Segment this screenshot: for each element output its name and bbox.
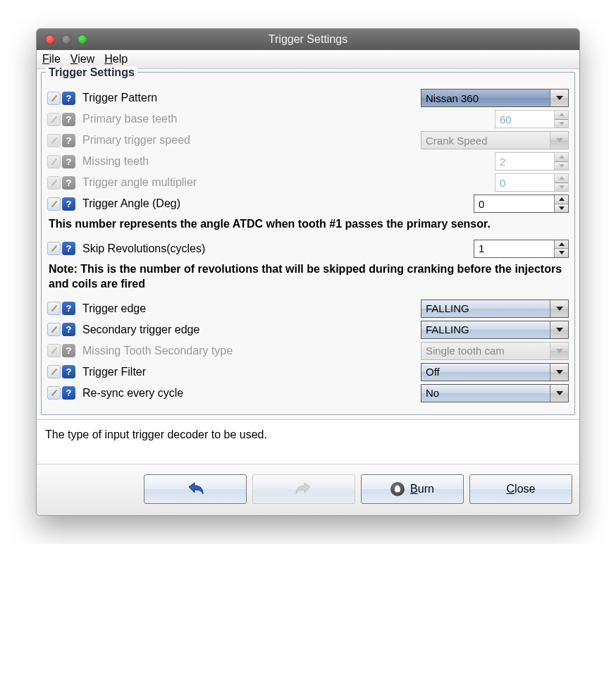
help-icon: ? xyxy=(62,155,75,168)
chevron-down-icon xyxy=(550,343,568,359)
help-icon[interactable]: ? xyxy=(62,242,75,255)
help-icon[interactable]: ? xyxy=(62,197,75,211)
field-label: Primary trigger speed xyxy=(82,134,417,147)
field-row-primaryTrigSpeed: ?Primary trigger speedCrank Speed xyxy=(47,129,569,152)
dropdown-value: No xyxy=(421,385,550,402)
missingTeeth-spinner: 2 xyxy=(495,152,569,171)
help-icon[interactable]: ? xyxy=(62,386,75,400)
titlebar[interactable]: Trigger Settings xyxy=(37,29,579,50)
chevron-down-icon xyxy=(550,90,568,106)
edit-icon[interactable] xyxy=(47,302,61,315)
spinner-value[interactable]: 0 xyxy=(474,195,554,212)
missToothSec-dropdown: Single tooth cam xyxy=(421,342,569,360)
field-label: Trigger Angle (Deg) xyxy=(82,197,417,210)
field-row-skipRevs: ?Skip Revolutions(cycles)1 xyxy=(47,238,569,260)
trigger-angle-note: This number represents the angle ATDC wh… xyxy=(47,215,569,239)
field-row-triggerPattern: ?Trigger PatternNissan 360 xyxy=(47,87,569,109)
primaryBaseTeeth-spinner: 60 xyxy=(495,110,569,128)
field-row-trigEdge: ?Trigger edgeFALLING xyxy=(47,297,569,320)
dropdown-value: FALLING xyxy=(421,300,550,317)
help-icon: ? xyxy=(62,113,75,126)
skipRevs-spinner[interactable]: 1 xyxy=(474,240,569,258)
secTrigEdge-dropdown[interactable]: FALLING xyxy=(421,321,569,339)
menu-file[interactable]: File xyxy=(42,53,61,66)
spinner-down-icon xyxy=(555,162,568,171)
spinner-value: 0 xyxy=(495,174,554,191)
spinner-value: 60 xyxy=(495,111,554,128)
primaryTrigSpeed-dropdown: Crank Speed xyxy=(421,131,569,149)
help-icon: ? xyxy=(62,344,75,357)
dropdown-value: FALLING xyxy=(421,321,550,338)
edit-icon[interactable] xyxy=(47,386,61,400)
menu-help[interactable]: Help xyxy=(104,53,128,66)
chevron-down-icon xyxy=(550,300,568,317)
edit-icon xyxy=(47,344,61,357)
spinner-value: 2 xyxy=(495,153,554,170)
edit-icon xyxy=(47,155,61,168)
help-icon: ? xyxy=(62,134,75,147)
edit-icon[interactable] xyxy=(47,197,61,211)
help-icon[interactable]: ? xyxy=(62,92,75,105)
spinner-up-icon xyxy=(555,174,568,183)
trigger-settings-window: Trigger Settings File View Help Trigger … xyxy=(36,28,580,516)
spinner-up-icon[interactable] xyxy=(555,240,568,249)
help-icon: ? xyxy=(62,176,75,190)
edit-icon xyxy=(47,134,61,147)
field-label: Re-sync every cycle xyxy=(82,387,417,400)
trigAngle-spinner[interactable]: 0 xyxy=(474,195,569,213)
field-label: Primary base teeth xyxy=(82,113,417,125)
spinner-down-icon[interactable] xyxy=(555,249,568,257)
minimize-window-icon[interactable] xyxy=(61,35,71,44)
content-area: Trigger Settings ?Trigger PatternNissan … xyxy=(37,69,579,415)
status-text: The type of input trigger decoder to be … xyxy=(37,419,579,464)
chevron-down-icon xyxy=(550,385,568,402)
undo-button[interactable] xyxy=(144,474,247,504)
edit-icon[interactable] xyxy=(47,365,61,378)
redo-button[interactable] xyxy=(252,474,355,504)
window-controls xyxy=(37,35,87,44)
edit-icon[interactable] xyxy=(47,92,61,105)
help-icon[interactable]: ? xyxy=(62,302,75,315)
chevron-down-icon xyxy=(550,321,568,338)
burn-button[interactable]: Burn xyxy=(361,474,464,504)
dropdown-value: Nissan 360 xyxy=(421,90,550,106)
trigAngleMult-spinner: 0 xyxy=(495,173,569,192)
trigEdge-dropdown[interactable]: FALLING xyxy=(421,300,569,318)
field-row-resync: ?Re-sync every cycleNo xyxy=(47,382,569,405)
field-row-primaryBaseTeeth: ?Primary base teeth60 xyxy=(47,108,569,130)
button-bar: Burn Close xyxy=(37,464,579,515)
help-icon[interactable]: ? xyxy=(62,323,75,336)
chevron-down-icon xyxy=(550,364,568,381)
field-row-secTrigEdge: ?Secondary trigger edgeFALLING xyxy=(47,319,569,341)
spinner-down-icon xyxy=(555,120,568,128)
triggerPattern-dropdown[interactable]: Nissan 360 xyxy=(421,89,569,107)
resync-dropdown[interactable]: No xyxy=(421,384,569,402)
field-label: Missing Tooth Secondary type xyxy=(82,345,417,357)
zoom-window-icon[interactable] xyxy=(78,35,87,44)
field-label: Trigger angle multiplier xyxy=(82,176,417,189)
dropdown-value: Single tooth cam xyxy=(421,343,550,359)
menu-view[interactable]: View xyxy=(70,53,94,66)
close-button[interactable]: Close xyxy=(469,474,572,504)
dropdown-value: Off xyxy=(421,364,550,381)
spinner-up-icon xyxy=(555,111,568,120)
spinner-up-icon xyxy=(555,153,568,162)
field-row-trigAngleMult: ?Trigger angle multiplier0 xyxy=(47,171,569,194)
close-window-icon[interactable] xyxy=(45,35,55,44)
field-row-missToothSec: ?Missing Tooth Secondary typeSingle toot… xyxy=(47,340,569,362)
edit-icon[interactable] xyxy=(47,323,61,336)
field-label: Missing teeth xyxy=(82,155,417,168)
field-label: Skip Revolutions(cycles) xyxy=(82,242,417,255)
redo-icon xyxy=(293,480,314,498)
spinner-up-icon[interactable] xyxy=(555,195,568,204)
field-row-trigFilter: ?Trigger FilterOff xyxy=(47,361,569,383)
edit-icon xyxy=(47,176,61,190)
spinner-value[interactable]: 1 xyxy=(474,240,554,257)
help-icon[interactable]: ? xyxy=(62,365,75,378)
spinner-down-icon[interactable] xyxy=(555,204,568,213)
trigFilter-dropdown[interactable]: Off xyxy=(421,363,569,381)
edit-icon[interactable] xyxy=(47,242,61,255)
field-label: Trigger Filter xyxy=(82,366,417,378)
field-label: Trigger Pattern xyxy=(82,92,417,104)
field-row-trigAngle: ?Trigger Angle (Deg)0 xyxy=(47,192,569,215)
